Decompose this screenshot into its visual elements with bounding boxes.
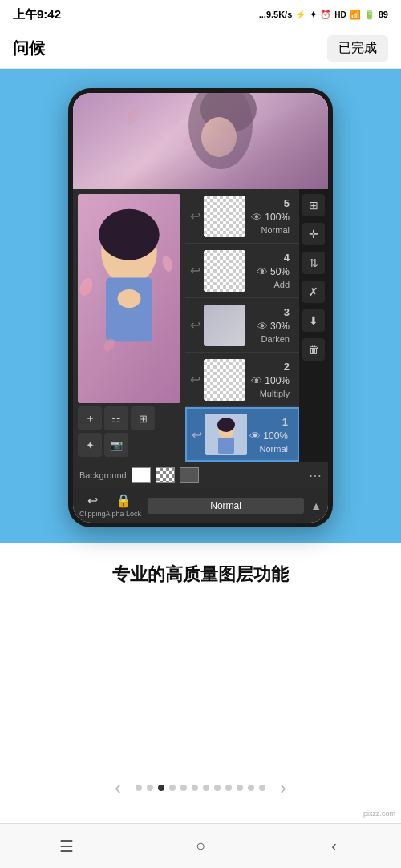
layer-number: 1: [282, 416, 288, 428]
layer-item[interactable]: ↩ 5 👁 100% Normal: [185, 189, 299, 244]
dot-12[interactable]: [259, 785, 265, 791]
layer-opacity: 30%: [270, 321, 290, 332]
flip-icon[interactable]: ⇅: [302, 252, 325, 274]
dot-2[interactable]: [147, 785, 153, 791]
clipping-btn[interactable]: ↩ Clipping: [79, 493, 106, 518]
bluetooth-icon: ⚡: [295, 10, 306, 20]
bg-dark-option[interactable]: [180, 467, 199, 483]
layer-item[interactable]: ↩ 2 👁 100% Multiply: [185, 353, 299, 407]
bottom-nav: ☰ ○ ‹: [0, 823, 401, 868]
layer-number: 3: [284, 306, 290, 318]
layer-arrow-icon: ↩: [192, 427, 202, 442]
watermark: pixzz.com: [361, 809, 398, 818]
dot-10[interactable]: [237, 785, 243, 791]
layer-arrow-icon: ↩: [190, 372, 200, 387]
alpha-lock-label: Alpha Lock: [106, 510, 142, 518]
svg-rect-0: [73, 93, 328, 189]
transform2-icon[interactable]: ✗: [302, 281, 325, 303]
menu-nav-icon[interactable]: ☰: [43, 830, 91, 862]
layer-visibility-icon[interactable]: 👁 100%: [251, 211, 290, 224]
home-nav-icon[interactable]: ○: [176, 830, 225, 862]
background-label: Background: [79, 470, 127, 480]
layer-visibility-icon[interactable]: 👁 50%: [257, 265, 290, 278]
svg-point-5: [200, 93, 257, 133]
bg-checker-option[interactable]: [156, 467, 175, 483]
dot-7[interactable]: [203, 785, 209, 791]
layer-info: 2 👁 100% Multiply: [245, 361, 293, 398]
dot-9[interactable]: [225, 785, 232, 791]
battery-icon: 🔋: [364, 10, 375, 20]
layer-number: 2: [284, 361, 290, 373]
more-options-icon[interactable]: ⋯: [309, 468, 322, 483]
artwork-main: [78, 194, 180, 403]
next-arrow[interactable]: ›: [270, 777, 296, 799]
status-time: 上午9:42: [13, 7, 61, 22]
layer-tools: ＋ ⚏ ⊞ ✦ 📷: [78, 406, 180, 457]
layer-thumbnail: [204, 359, 245, 401]
dot-1[interactable]: [136, 785, 142, 791]
page-title: 问候: [13, 38, 45, 59]
svg-point-10: [99, 209, 159, 260]
blend-mode-display[interactable]: Normal: [148, 498, 304, 514]
duplicate-icon[interactable]: ⚏: [104, 406, 128, 430]
hd-icon: HD: [334, 10, 346, 19]
camera-icon[interactable]: 📷: [104, 433, 128, 457]
delete-icon[interactable]: 🗑: [302, 338, 325, 361]
layer-blend-mode: Add: [273, 280, 290, 289]
layer-number: 4: [284, 252, 290, 264]
dot-4[interactable]: [169, 785, 176, 791]
chevron-down-icon[interactable]: ▲: [310, 499, 322, 512]
layer-thumbnail: [204, 250, 245, 292]
layer-arrow-icon: ↩: [190, 263, 200, 278]
done-button[interactable]: 已完成: [327, 35, 388, 62]
content-spacer: [0, 604, 401, 764]
layer-blend-mode: Darken: [261, 334, 290, 344]
back-nav-icon[interactable]: ‹: [310, 830, 358, 862]
add-group-icon[interactable]: ⊞: [131, 406, 155, 430]
layer-arrow-icon: ↩: [190, 317, 200, 333]
dot-11[interactable]: [248, 785, 254, 791]
layers-list: ↩ 5 👁 100% Normal ↩: [185, 189, 299, 462]
carousel-area: ＋ ⚏ ⊞ ✦ 📷 ↩: [0, 69, 401, 543]
svg-rect-11: [106, 277, 152, 341]
feature-text-area: 专业的高质量图层功能: [0, 543, 401, 604]
svg-rect-19: [218, 438, 234, 454]
layer-opacity: 100%: [265, 375, 290, 386]
layer-number: 5: [284, 197, 290, 209]
dot-6[interactable]: [192, 785, 198, 791]
layer-blend-mode: Normal: [261, 225, 290, 235]
alpha-lock-btn[interactable]: 🔒 Alpha Lock: [106, 493, 142, 518]
clipping-label: Clipping: [79, 510, 106, 518]
bg-white-option[interactable]: [132, 467, 151, 483]
layer-item-selected[interactable]: ↩ 1 👁 100%: [185, 407, 299, 462]
battery-level: 89: [379, 10, 388, 19]
download-icon[interactable]: ⬇: [302, 309, 325, 332]
feature-title: 专业的高质量图层功能: [112, 564, 289, 584]
dot-5[interactable]: [180, 785, 187, 791]
layer-thumbnail: [204, 196, 245, 237]
blend-mode-bar: ↩ Clipping 🔒 Alpha Lock Normal ▲: [73, 488, 328, 523]
layer-item[interactable]: ↩ 4 👁 50% Add: [185, 244, 299, 298]
add-layer-icon[interactable]: ＋: [78, 406, 102, 430]
svg-point-3: [182, 135, 195, 147]
layer-thumbnail: [204, 305, 245, 346]
dot-8[interactable]: [214, 785, 221, 791]
right-toolbar: ⊞ ✛ ⇅ ✗ ⬇ 🗑: [299, 189, 328, 462]
artwork-preview: [73, 93, 328, 189]
layer-arrow-icon: ↩: [190, 208, 200, 224]
transform-icon[interactable]: ✦: [78, 433, 102, 457]
layer-visibility-icon[interactable]: 👁 100%: [251, 374, 290, 387]
status-bar: 上午9:42 ...9.5K/s ⚡ ✦ ⏰ HD 📶 🔋 89: [0, 0, 401, 29]
layer-info: 5 👁 100% Normal: [245, 197, 293, 235]
dot-3-active[interactable]: [158, 785, 164, 791]
layer-visibility-icon[interactable]: 👁 100%: [249, 430, 288, 442]
layers-icon[interactable]: ⊞: [302, 194, 325, 216]
layer-visibility-icon[interactable]: 👁 30%: [257, 320, 290, 333]
prev-arrow[interactable]: ‹: [105, 777, 131, 799]
move-icon[interactable]: ✛: [302, 223, 325, 245]
background-row: Background ⋯: [73, 462, 328, 488]
network-speed: ...9.5K/s: [259, 10, 293, 19]
layer-info: 4 👁 50% Add: [245, 252, 293, 289]
layer-item[interactable]: ↩ 3 👁 30% Darken: [185, 298, 299, 353]
layer-blend-mode: Normal: [260, 444, 288, 454]
